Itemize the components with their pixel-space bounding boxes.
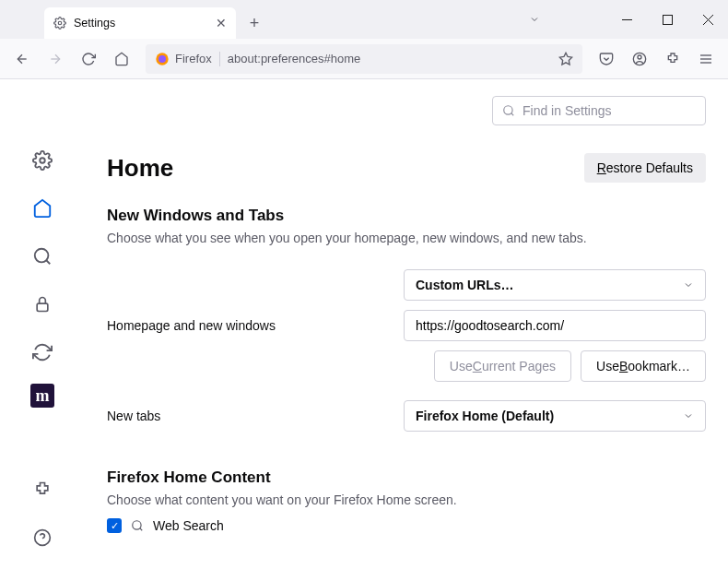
address-bar[interactable]: Firefox about:preferences#home [146,44,582,74]
sidebar-sync-icon[interactable] [26,336,59,369]
svg-point-21 [504,106,512,114]
back-button[interactable] [7,44,37,74]
search-icon [131,519,144,532]
app-menu-icon[interactable] [691,44,721,74]
forward-button[interactable] [41,44,70,74]
chevron-down-icon [683,279,694,290]
newtabs-label: New tabs [107,409,404,423]
url-text: about:preferences#home [228,52,551,65]
newtabs-select[interactable]: Firefox Home (Default) [404,400,706,432]
window-minimize-button[interactable] [606,0,647,39]
svg-line-22 [511,113,514,116]
extensions-icon[interactable] [658,44,687,74]
window-close-button[interactable] [687,0,728,39]
sidebar-privacy-icon[interactable] [26,288,59,321]
restore-defaults-button[interactable]: Restore Defaults [584,153,706,183]
svg-line-24 [140,528,143,531]
close-tab-icon[interactable]: ✕ [216,16,227,30]
search-icon [502,104,515,117]
identity-label: Firefox [175,52,212,65]
svg-point-16 [35,249,49,263]
find-placeholder: Find in Settings [523,103,612,118]
home-button[interactable] [107,44,136,74]
pocket-icon[interactable] [592,44,621,74]
bookmark-star-icon[interactable] [558,52,573,66]
use-current-pages-button[interactable]: Use Current Pages [434,350,571,382]
svg-point-8 [159,55,166,63]
separator [219,52,220,66]
reload-button[interactable] [74,44,103,74]
tab-settings[interactable]: Settings ✕ [44,7,236,39]
select-value: Firefox Home (Default) [416,409,554,423]
chevron-down-icon [683,410,694,421]
sidebar-mozilla-icon[interactable]: m [30,384,54,408]
page-title: Home [107,154,173,183]
sidebar-addons-icon[interactable] [26,473,59,506]
tab-title: Settings [74,17,115,30]
svg-line-17 [46,260,50,264]
new-tab-button[interactable]: + [241,10,267,36]
homepage-url-input[interactable] [404,310,706,341]
homepage-mode-select[interactable]: Custom URLs… [404,269,706,301]
account-icon[interactable] [625,44,654,74]
firefox-home-content-heading: Firefox Home Content [107,468,706,487]
sidebar-home-icon[interactable] [26,192,59,225]
chevron-down-icon[interactable] [516,0,553,39]
use-bookmark-button[interactable]: Use Bookmark… [581,350,706,382]
svg-point-15 [40,158,45,163]
svg-rect-18 [37,303,48,311]
gear-icon [53,17,66,30]
svg-point-23 [133,521,141,529]
svg-marker-9 [559,53,571,65]
settings-sidebar: m [0,79,85,569]
firefox-logo-icon [155,52,170,66]
sidebar-general-icon[interactable] [26,144,59,177]
firefox-home-content-desc: Choose what content you want on your Fir… [107,492,706,507]
window-maximize-button[interactable] [647,0,687,39]
new-windows-tabs-desc: Choose what you see when you open your h… [107,231,706,245]
select-value: Custom URLs… [416,278,514,292]
new-windows-tabs-heading: New Windows and Tabs [107,207,706,225]
sidebar-search-icon[interactable] [26,240,59,273]
svg-point-11 [638,55,641,59]
svg-rect-2 [663,15,672,24]
sidebar-help-icon[interactable] [26,521,59,554]
web-search-label: Web Search [153,518,224,533]
svg-point-0 [58,21,62,25]
find-in-settings-input[interactable]: Find in Settings [492,96,706,125]
web-search-checkbox[interactable]: ✓ [107,518,122,533]
homepage-label-text: Homepage and new windows [107,318,404,333]
